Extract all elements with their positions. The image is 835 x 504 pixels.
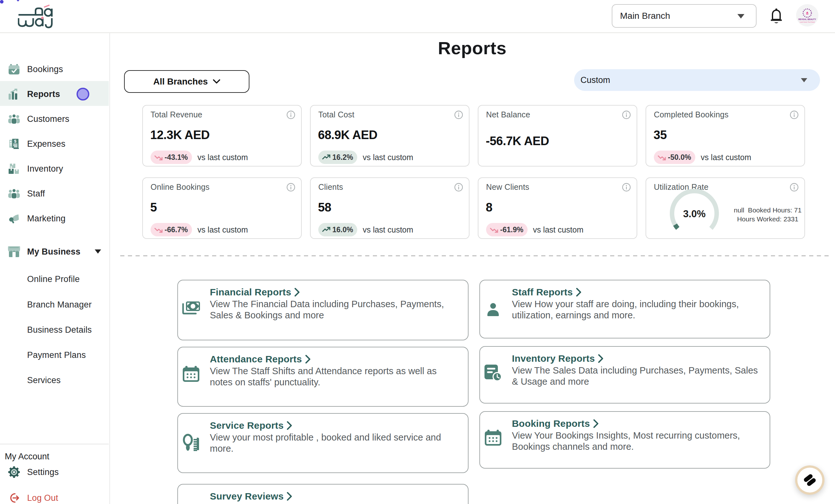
svg-text:$: $ (14, 139, 17, 144)
svg-text:Look Good, Feel Good: Look Good, Feel Good (800, 21, 815, 23)
svg-text:REVEAL BEAUTY: REVEAL BEAUTY (798, 18, 816, 20)
